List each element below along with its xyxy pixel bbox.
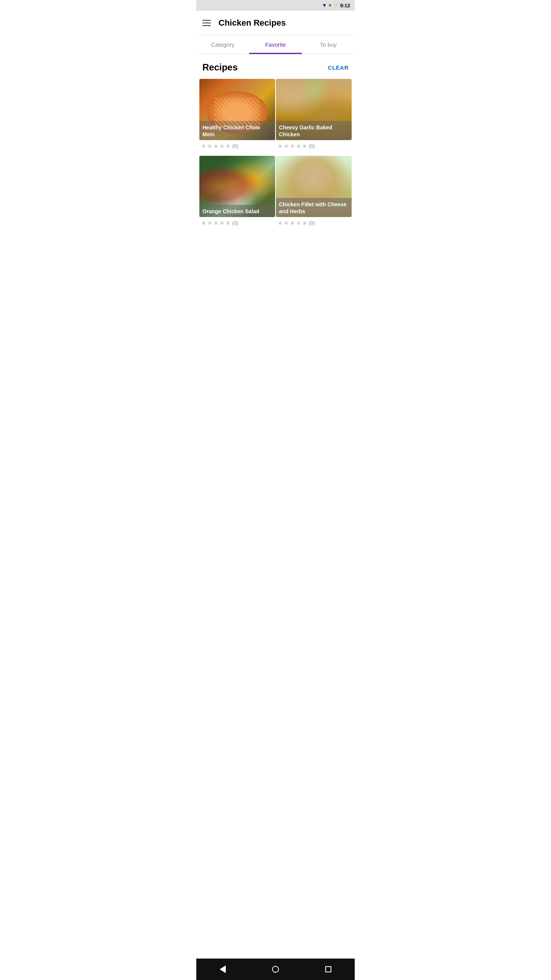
recipe-card-4[interactable]: Chicken Fillet with Cheese and Herbs ★ ★… [276,156,352,227]
rating-count-4: (0) [309,220,315,226]
recipe-rating-3: ★ ★ ★ ★ ★ (0) [199,217,275,227]
wifi-icon: ▼ [322,3,327,8]
rating-count-1: (0) [232,143,238,149]
star-3: ★ [213,142,218,150]
app-bar: Chicken Recipes [196,11,355,35]
star-3: ★ [290,142,295,150]
star-4: ★ [219,219,225,227]
star-2: ★ [207,219,212,227]
recipe-card-2[interactable]: Cheesy Garlic Baked Chicken ★ ★ ★ ★ ★ (0… [276,79,352,150]
star-3: ★ [213,219,218,227]
recipe-card-3[interactable]: Orange Chicken Salad ★ ★ ★ ★ ★ (0) [199,156,275,227]
star-2: ★ [284,219,289,227]
star-4: ★ [296,219,301,227]
recipe-rating-4: ★ ★ ★ ★ ★ (0) [276,217,352,227]
recipe-rating-1: ★ ★ ★ ★ ★ (0) [199,140,275,150]
section-title: Recipes [202,62,238,73]
recipe-image-3: Orange Chicken Salad [199,156,275,217]
recipe-grid: Healthy Chicken Chow Mein ★ ★ ★ ★ ★ (0) … [196,79,355,232]
recipe-card-1[interactable]: Healthy Chicken Chow Mein ★ ★ ★ ★ ★ (0) [199,79,275,150]
star-4: ★ [296,142,301,150]
recipe-name-2: Cheesy Garlic Baked Chicken [276,121,352,140]
star-4: ★ [219,142,225,150]
star-1: ★ [277,219,283,227]
recipe-name-1: Healthy Chicken Chow Mein [199,121,275,140]
status-time: 9:12 [340,3,350,8]
tab-favorite[interactable]: Favorite [249,35,302,54]
content-area: Recipes CLEAR Healthy Chicken Chow Mein … [196,54,355,259]
status-bar: ▼ ✕ ⚡ 9:12 [196,0,355,11]
clear-button[interactable]: CLEAR [328,64,349,71]
star-1: ★ [277,142,283,150]
star-5: ★ [302,142,307,150]
tab-category[interactable]: Category [196,35,249,54]
signal-icon: ✕ [328,3,332,8]
recipe-name-3: Orange Chicken Salad [199,205,275,217]
rating-count-3: (0) [232,220,238,226]
star-2: ★ [207,142,212,150]
battery-icon: ⚡ [333,3,339,8]
recipe-rating-2: ★ ★ ★ ★ ★ (0) [276,140,352,150]
star-5: ★ [302,219,307,227]
app-title: Chicken Recipes [218,18,286,28]
star-5: ★ [225,219,231,227]
tab-to-buy[interactable]: To buy [302,35,355,54]
star-5: ★ [225,142,231,150]
recipe-image-1: Healthy Chicken Chow Mein [199,79,275,140]
star-1: ★ [201,219,206,227]
recipe-image-4: Chicken Fillet with Cheese and Herbs [276,156,352,217]
status-icons: ▼ ✕ ⚡ 9:12 [322,3,350,8]
section-header: Recipes CLEAR [196,54,355,79]
star-2: ★ [284,142,289,150]
menu-icon[interactable] [202,20,211,26]
tabs-bar: Category Favorite To buy [196,35,355,54]
recipe-name-4: Chicken Fillet with Cheese and Herbs [276,198,352,217]
star-1: ★ [201,142,206,150]
star-3: ★ [290,219,295,227]
rating-count-2: (0) [309,143,315,149]
recipe-image-2: Cheesy Garlic Baked Chicken [276,79,352,140]
